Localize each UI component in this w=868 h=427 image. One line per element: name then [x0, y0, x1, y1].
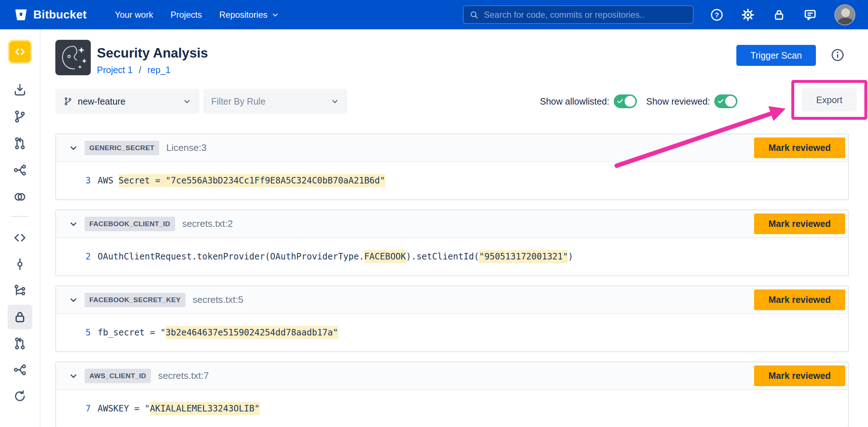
code-line-number: 3 [69, 176, 91, 186]
rule-filter-placeholder: Filter By Rule [211, 96, 265, 107]
global-search[interactable] [463, 5, 694, 24]
finding-header: FACEBOOK_CLIENT_ID secrets.txt:2 Mark re… [56, 210, 848, 238]
rule-badge: FACEBOOK_SECRET_KEY [85, 293, 186, 307]
show-reviewed-toggle[interactable] [714, 94, 737, 108]
finding-header: GENERIC_SECRET License:3 Mark reviewed [56, 134, 848, 162]
clone-icon[interactable] [12, 82, 28, 98]
code-line-number: 2 [69, 251, 91, 262]
branch-icon [63, 97, 73, 106]
branch-selector[interactable]: new-feature [55, 89, 199, 114]
finding-card: GENERIC_SECRET License:3 Mark reviewed 3… [55, 134, 849, 200]
rule-badge: AWS_CLIENT_ID [85, 369, 151, 383]
search-icon [469, 10, 479, 20]
pull-requests-icon[interactable] [12, 335, 28, 351]
sidebar-divider [11, 216, 29, 217]
security-lock-icon [13, 310, 27, 324]
nav-item-your-work[interactable]: Your work [115, 10, 153, 20]
finding-card: AWS_CLIENT_ID secrets.txt:7 Mark reviewe… [55, 362, 849, 427]
nav-right-icons: ? [710, 0, 855, 29]
finding-location: secrets.txt:7 [158, 370, 209, 381]
check-icon [617, 98, 624, 105]
lock-icon[interactable] [772, 8, 786, 22]
annotation-highlight-box: Export [791, 80, 867, 120]
toggle-row: Show allowlisted: Show reviewed: [540, 89, 737, 114]
branch-selected-value: new-feature [78, 96, 125, 107]
pipelines-icon-2[interactable] [12, 362, 28, 378]
finding-location: secrets.txt:5 [193, 294, 243, 305]
chevron-down-icon [183, 97, 191, 106]
rule-filter-selector[interactable]: Filter By Rule [203, 89, 347, 114]
finding-header: AWS_CLIENT_ID secrets.txt:7 Mark reviewe… [56, 362, 848, 390]
feedback-icon[interactable] [803, 8, 817, 22]
top-nav: Bitbucket Your work Projects Repositorie… [0, 0, 868, 29]
branches-icon[interactable] [12, 283, 28, 299]
mark-reviewed-button[interactable]: Mark reviewed [754, 365, 845, 386]
sync-icon[interactable] [12, 388, 28, 404]
chevron-down-icon[interactable] [68, 143, 79, 153]
finding-code-row: 3 AWS Secret = "7ce556A3bD234Cc1Ff9E8A5C… [56, 162, 848, 199]
breadcrumb-repo-link[interactable]: rep_1 [148, 65, 171, 75]
show-allowlisted-label: Show allowlisted: [540, 96, 609, 107]
bitbucket-logo[interactable]: Bitbucket [14, 8, 87, 22]
project-avatar [55, 40, 91, 75]
commits-icon[interactable] [12, 256, 28, 272]
brand-name: Bitbucket [33, 8, 87, 21]
page-title: Security Analysis [97, 45, 208, 61]
mark-reviewed-button[interactable]: Mark reviewed [754, 138, 845, 158]
finding-card: FACEBOOK_SECRET_KEY secrets.txt:5 Mark r… [55, 286, 849, 352]
toggle-knob [625, 96, 635, 107]
rule-badge: GENERIC_SECRET [85, 141, 159, 155]
svg-text:?: ? [715, 11, 719, 18]
repository-avatar[interactable] [9, 41, 30, 62]
mark-reviewed-button[interactable]: Mark reviewed [754, 289, 845, 310]
pipelines-icon[interactable] [12, 162, 28, 178]
toggle-knob [725, 96, 736, 107]
search-input[interactable] [484, 10, 687, 20]
user-avatar[interactable] [834, 4, 855, 25]
finding-code-row: 7 AWSKEY = "AKIALALEMEL33243OLIB" [56, 390, 848, 427]
deployments-icon[interactable] [12, 189, 28, 205]
show-allowlisted-toggle[interactable] [614, 94, 637, 108]
left-sidebar [0, 29, 41, 427]
finding-header: FACEBOOK_SECRET_KEY secrets.txt:5 Mark r… [56, 286, 848, 314]
code-line: AWSKEY = "AKIALALEMEL33243OLIB" [98, 403, 260, 414]
branch-icon[interactable] [12, 109, 28, 124]
main-content: Security Analysis Project 1 / rep_1 Trig… [41, 29, 868, 427]
finding-code-row: 2 OAuthClientRequest.tokenProvider(OAuth… [56, 238, 848, 275]
breadcrumb-separator: / [139, 65, 141, 75]
check-icon [717, 98, 724, 105]
breadcrumb-project-link[interactable]: Project 1 [97, 65, 133, 75]
mark-reviewed-button[interactable]: Mark reviewed [754, 214, 845, 234]
chevron-down-icon [271, 11, 279, 19]
finding-card: FACEBOOK_CLIENT_ID secrets.txt:2 Mark re… [55, 210, 849, 276]
nav-item-projects[interactable]: Projects [170, 10, 202, 20]
finding-location: License:3 [166, 142, 207, 153]
code-line: AWS Secret = "7ce556A3bD234Cc1Ff9E8A5C32… [98, 176, 385, 186]
source-code-icon[interactable] [12, 230, 28, 246]
show-reviewed-label: Show reviewed: [646, 96, 710, 107]
bitbucket-mark-icon [14, 8, 28, 22]
findings-list: GENERIC_SECRET License:3 Mark reviewed 3… [55, 134, 849, 427]
sidebar-item-security[interactable] [12, 309, 28, 325]
code-line-number: 7 [69, 403, 91, 414]
settings-gear-icon[interactable] [741, 8, 755, 22]
rule-badge: FACEBOOK_CLIENT_ID [85, 217, 175, 231]
finding-location: secrets.txt:2 [182, 218, 233, 229]
info-icon[interactable] [830, 47, 846, 63]
export-button[interactable]: Export [802, 88, 857, 111]
breadcrumb: Project 1 / rep_1 [97, 65, 208, 75]
help-icon[interactable]: ? [710, 8, 724, 22]
chevron-down-icon[interactable] [68, 295, 79, 305]
chevron-down-icon[interactable] [68, 371, 79, 381]
code-line: OAuthClientRequest.tokenProvider(OAuthPr… [98, 251, 573, 262]
chevron-down-icon [331, 97, 339, 106]
finding-code-row: 5 fb_secret = "3b2e464637e5159024254dd78… [56, 314, 848, 351]
chevron-down-icon[interactable] [68, 219, 79, 229]
pull-request-icon[interactable] [12, 135, 28, 151]
trigger-scan-button[interactable]: Trigger Scan [736, 45, 816, 66]
nav-links: Your work Projects Repositories [115, 10, 279, 20]
nav-item-repositories[interactable]: Repositories [219, 10, 279, 20]
code-line-number: 5 [69, 327, 91, 338]
code-line: fb_secret = "3b2e464637e5159024254dd78aa… [98, 327, 338, 338]
